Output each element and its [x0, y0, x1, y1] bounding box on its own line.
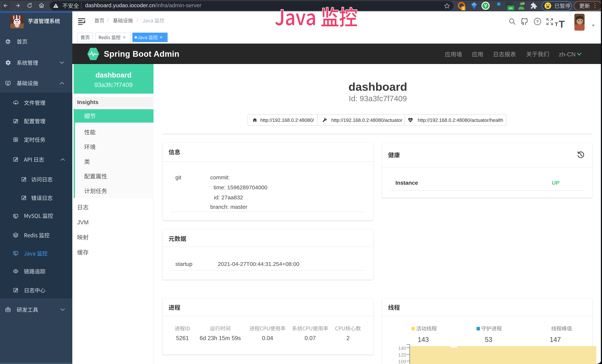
svg-text:1: 1 [462, 7, 464, 10]
svg-text:?: ? [536, 19, 538, 24]
svg-text:on: on [509, 7, 513, 10]
